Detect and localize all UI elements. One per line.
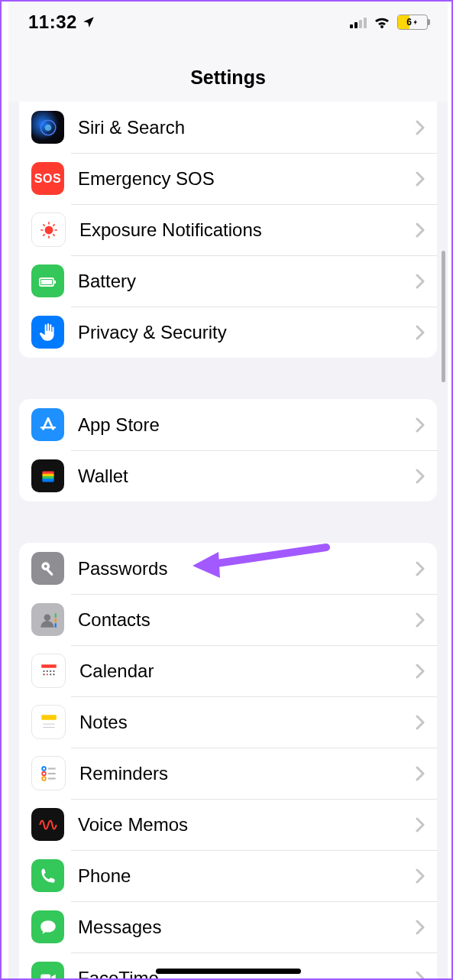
- notes-icon: [31, 705, 66, 739]
- calendar-icon: [31, 654, 66, 688]
- chevron-right-icon: [416, 715, 425, 730]
- row-exposure-notifications[interactable]: Exposure Notifications: [19, 204, 437, 255]
- settings-group-store: App Store Wallet: [19, 399, 437, 501]
- row-label: Wallet: [78, 466, 409, 487]
- privacy-hand-icon: [31, 316, 64, 349]
- chevron-right-icon: [416, 171, 425, 187]
- svg-rect-27: [54, 618, 56, 621]
- wallet-icon: [31, 459, 64, 492]
- svg-point-31: [46, 670, 47, 671]
- row-battery[interactable]: Battery: [19, 255, 437, 307]
- settings-scroll-area[interactable]: Siri & Search SOS Emergency SOS Exposure…: [8, 102, 448, 980]
- svg-point-30: [43, 670, 44, 671]
- battery-icon: [31, 264, 64, 297]
- chevron-right-icon: [416, 612, 425, 628]
- phone-icon: [31, 859, 64, 892]
- passwords-key-icon: [31, 552, 64, 585]
- row-passwords[interactable]: Passwords: [19, 543, 437, 594]
- row-wallet[interactable]: Wallet: [19, 450, 437, 501]
- svg-point-22: [44, 564, 47, 567]
- row-app-store[interactable]: App Store: [19, 399, 437, 450]
- row-label: Emergency SOS: [78, 168, 409, 190]
- svg-line-10: [53, 224, 54, 226]
- row-messages[interactable]: Messages: [19, 901, 437, 952]
- home-indicator[interactable]: [156, 969, 301, 974]
- battery-percent: 6: [406, 17, 412, 28]
- svg-rect-29: [41, 664, 57, 667]
- row-label: Exposure Notifications: [79, 219, 409, 241]
- sos-icon: SOS: [31, 162, 64, 195]
- svg-point-35: [46, 673, 47, 675]
- row-privacy-security[interactable]: Privacy & Security: [19, 307, 437, 358]
- row-label: Reminders: [79, 763, 409, 784]
- reminders-icon: [31, 756, 66, 790]
- row-label: Notes: [79, 712, 409, 733]
- svg-point-37: [53, 673, 54, 675]
- status-bar: 11:32 6: [8, 2, 448, 41]
- svg-point-2: [44, 226, 53, 234]
- page-title: Settings: [8, 41, 448, 103]
- svg-line-8: [53, 234, 54, 235]
- svg-point-41: [42, 767, 46, 771]
- appstore-icon: [31, 408, 64, 441]
- chevron-right-icon: [416, 817, 425, 832]
- svg-point-33: [53, 670, 54, 671]
- row-contacts[interactable]: Contacts: [19, 594, 437, 645]
- row-voice-memos[interactable]: Voice Memos: [19, 799, 437, 850]
- chevron-right-icon: [416, 920, 425, 935]
- row-label: Messages: [78, 917, 409, 938]
- wifi-icon: [373, 13, 391, 31]
- siri-icon: [31, 111, 64, 144]
- svg-rect-26: [54, 613, 56, 617]
- row-phone[interactable]: Phone: [19, 850, 437, 901]
- chevron-right-icon: [416, 417, 425, 433]
- row-facetime[interactable]: FaceTime: [19, 952, 437, 980]
- row-reminders[interactable]: Reminders: [19, 748, 437, 799]
- chevron-right-icon: [416, 971, 425, 981]
- row-notes[interactable]: Notes: [19, 696, 437, 748]
- voice-memos-icon: [31, 808, 64, 841]
- facetime-icon: [31, 962, 64, 980]
- cellular-signal-icon: [350, 16, 367, 28]
- row-label: Calendar: [79, 660, 409, 682]
- svg-line-9: [43, 234, 44, 235]
- status-time-area: 11:32: [28, 11, 95, 33]
- row-calendar[interactable]: Calendar: [19, 645, 437, 696]
- svg-point-32: [50, 670, 51, 671]
- messages-icon: [31, 910, 64, 943]
- row-label: App Store: [78, 414, 409, 436]
- svg-point-42: [42, 771, 46, 775]
- chevron-right-icon: [416, 868, 425, 884]
- row-label: Phone: [78, 865, 409, 887]
- chevron-right-icon: [416, 664, 425, 679]
- svg-rect-47: [40, 974, 50, 980]
- status-right: 6: [350, 13, 428, 31]
- status-time: 11:32: [28, 11, 77, 33]
- svg-rect-38: [41, 715, 57, 720]
- chevron-right-icon: [416, 469, 425, 484]
- svg-rect-12: [41, 280, 52, 284]
- contacts-icon: [31, 603, 64, 636]
- battery-icon: 6: [397, 15, 428, 30]
- svg-rect-20: [42, 479, 53, 482]
- svg-point-34: [43, 673, 44, 675]
- location-icon: [82, 15, 95, 29]
- chevron-right-icon: [416, 120, 425, 135]
- svg-rect-28: [54, 623, 56, 627]
- chevron-right-icon: [416, 325, 425, 340]
- scroll-indicator[interactable]: [442, 251, 445, 382]
- row-siri-search[interactable]: Siri & Search: [19, 102, 437, 153]
- row-emergency-sos[interactable]: SOS Emergency SOS: [19, 153, 437, 204]
- row-label: Contacts: [78, 609, 409, 631]
- chevron-right-icon: [416, 274, 425, 289]
- chevron-right-icon: [416, 222, 425, 238]
- settings-group-general: Siri & Search SOS Emergency SOS Exposure…: [19, 102, 437, 358]
- row-label: Voice Memos: [78, 814, 409, 836]
- row-label: Passwords: [78, 558, 409, 579]
- chevron-right-icon: [416, 561, 425, 576]
- row-label: Battery: [78, 271, 409, 292]
- row-label: Siri & Search: [78, 117, 409, 138]
- row-label: Privacy & Security: [78, 322, 409, 343]
- svg-point-25: [44, 614, 50, 621]
- chevron-right-icon: [416, 766, 425, 781]
